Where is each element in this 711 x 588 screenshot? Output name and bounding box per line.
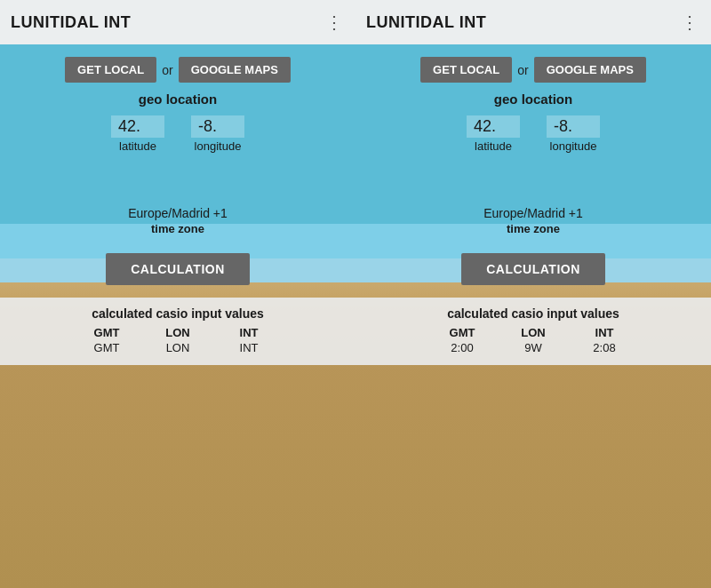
longitude-item-right: -8. longitude <box>547 115 600 153</box>
geo-label-right: geo location <box>494 91 572 107</box>
app-title-right: LUNITIDAL INT <box>366 13 486 32</box>
latitude-label-left: latitude <box>119 139 156 153</box>
result-header-lon-right: LON <box>498 326 569 339</box>
app-title-left: LUNITIDAL INT <box>11 13 131 32</box>
longitude-value-right: -8. <box>547 115 600 138</box>
results-header-row-right: GMT LON INT <box>427 326 640 339</box>
latitude-item-right: 42. latitude <box>467 115 520 153</box>
left-panel-content: LUNITIDAL INT ⋮ GET LOCAL or GOOGLE MAPS… <box>0 0 356 588</box>
longitude-value-left: -8. <box>191 115 244 138</box>
longitude-label-left: longitude <box>195 139 242 153</box>
calculation-button-left[interactable]: CALCULATION <box>106 253 250 285</box>
left-panel: LUNITIDAL INT ⋮ GET LOCAL or GOOGLE MAPS… <box>0 0 356 588</box>
results-values-row-left: GMT LON INT <box>71 341 284 354</box>
top-bar-left: LUNITIDAL INT ⋮ <box>0 0 356 44</box>
get-local-button-right[interactable]: GET LOCAL <box>420 57 512 83</box>
longitude-label-right: longitude <box>550 139 597 153</box>
latitude-value-left: 42. <box>111 115 164 138</box>
right-panel: LUNITIDAL INT ⋮ GET LOCAL or GOOGLE MAPS… <box>356 0 711 588</box>
longitude-item-left: -8. longitude <box>191 115 244 153</box>
top-bar-right: LUNITIDAL INT ⋮ <box>356 0 711 44</box>
timezone-label-right: time zone <box>507 222 560 235</box>
results-table-right: GMT LON INT 2:00 9W 2:08 <box>427 326 640 354</box>
menu-icon-left[interactable]: ⋮ <box>325 12 345 33</box>
right-panel-content: LUNITIDAL INT ⋮ GET LOCAL or GOOGLE MAPS… <box>356 0 711 588</box>
geo-label-left: geo location <box>139 91 217 107</box>
results-title-right: calculated casio input values <box>447 306 619 321</box>
timezone-area-right: Europe/Madrid +1 time zone <box>483 206 583 235</box>
coords-row-right: 42. latitude -8. longitude <box>467 115 600 153</box>
results-header-row-left: GMT LON INT <box>71 326 284 339</box>
latitude-label-right: latitude <box>475 139 512 153</box>
buttons-row-left: GET LOCAL or GOOGLE MAPS <box>65 57 291 83</box>
results-area-right: calculated casio input values GMT LON IN… <box>356 298 711 365</box>
buttons-row-right: GET LOCAL or GOOGLE MAPS <box>420 57 646 83</box>
result-val-lon-right: 9W <box>498 341 569 354</box>
result-header-int-left: INT <box>213 326 284 339</box>
results-table-left: GMT LON INT GMT LON INT <box>71 326 284 354</box>
result-header-lon-left: LON <box>142 326 213 339</box>
timezone-value-right: Europe/Madrid +1 <box>483 206 583 220</box>
result-header-gmt-right: GMT <box>427 326 498 339</box>
result-val-lon-left: LON <box>142 341 213 354</box>
menu-icon-right[interactable]: ⋮ <box>681 12 700 33</box>
or-text-left: or <box>162 63 172 77</box>
coords-row-left: 42. latitude -8. longitude <box>111 115 244 153</box>
get-local-button-left[interactable]: GET LOCAL <box>65 57 156 83</box>
or-text-right: or <box>517 63 528 77</box>
result-header-int-right: INT <box>569 326 640 339</box>
result-val-gmt-left: GMT <box>71 341 142 354</box>
latitude-value-right: 42. <box>467 115 520 138</box>
result-val-gmt-right: 2:00 <box>427 341 498 354</box>
latitude-item-left: 42. latitude <box>111 115 164 153</box>
result-val-int-left: INT <box>213 341 284 354</box>
timezone-value-left: Europe/Madrid +1 <box>128 206 228 220</box>
results-title-left: calculated casio input values <box>92 306 264 321</box>
google-maps-button-left[interactable]: GOOGLE MAPS <box>179 57 291 83</box>
timezone-area-left: Europe/Madrid +1 time zone <box>128 206 228 235</box>
google-maps-button-right[interactable]: GOOGLE MAPS <box>534 57 646 83</box>
results-area-left: calculated casio input values GMT LON IN… <box>0 298 356 365</box>
timezone-label-left: time zone <box>151 222 204 235</box>
calculation-button-right[interactable]: CALCULATION <box>461 253 605 285</box>
result-val-int-right: 2:08 <box>569 341 640 354</box>
result-header-gmt-left: GMT <box>71 326 142 339</box>
results-values-row-right: 2:00 9W 2:08 <box>427 341 640 354</box>
